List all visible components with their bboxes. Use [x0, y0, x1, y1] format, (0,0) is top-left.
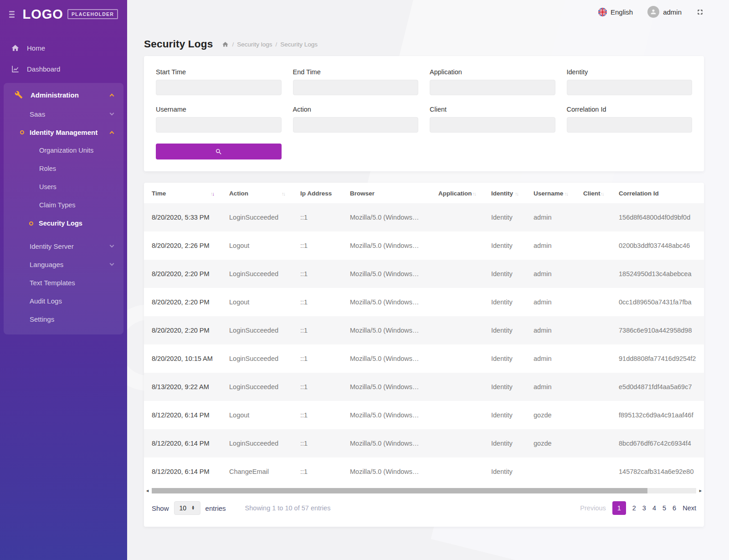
sidebar-item-roles[interactable]: Roles [4, 159, 123, 178]
cell-identity: Identity [483, 203, 526, 231]
sidebar-item-users[interactable]: Users [4, 178, 123, 196]
sidebar-item-saas[interactable]: Saas [4, 105, 123, 123]
sort-desc-icon: ↓ [602, 191, 604, 196]
page-button-1[interactable]: 1 [612, 501, 626, 515]
user-menu[interactable]: admin [647, 6, 682, 18]
administration-group: Administration Saas Identity Management … [4, 83, 123, 334]
cell-ip: ::1 [293, 344, 342, 373]
sidebar-item-languages[interactable]: Languages [4, 255, 123, 273]
breadcrumb-item-current: Security Logs [280, 41, 318, 48]
stepper-icon: ▲ ▼ [191, 506, 195, 510]
language-selector[interactable]: English [598, 8, 633, 16]
cell-correlation-id: e5d0d4871fdf4aa5a69c7 [611, 373, 704, 401]
chevron-down-icon [110, 111, 114, 115]
action-input[interactable] [293, 117, 419, 133]
fullscreen-button[interactable] [696, 8, 704, 16]
column-header-browser: Browser [342, 183, 431, 203]
cell-application [431, 401, 483, 429]
column-header-time[interactable]: Time↑↓ [144, 183, 221, 203]
column-header-correlation-id: Correlation Id [611, 183, 704, 203]
page-button-6[interactable]: 6 [673, 504, 676, 512]
correlation-id-label: Correlation Id [567, 106, 693, 113]
sidebar: LOGO PLACEHOLDER Home Dashboard Administ… [0, 0, 127, 560]
cell-browser: Mozilla/5.0 (Windows… [342, 373, 431, 401]
table-row: 8/13/2020, 9:22 AM LoginSucceeded ::1 Mo… [144, 373, 704, 401]
cell-browser: Mozilla/5.0 (Windows… [342, 288, 431, 316]
page-button-4[interactable]: 4 [652, 504, 656, 512]
sidebar-item-settings[interactable]: Settings [4, 310, 123, 328]
sidebar-item-security-logs[interactable]: Security Logs [4, 214, 123, 232]
sidebar-item-dashboard[interactable]: Dashboard [0, 58, 127, 79]
sidebar-item-claim-types[interactable]: Claim Types [4, 196, 123, 214]
previous-page-button[interactable]: Previous [580, 504, 606, 512]
menu-toggle-icon[interactable] [9, 11, 15, 18]
scrollbar-thumb[interactable] [152, 488, 647, 493]
column-header-client[interactable]: Client↑↓ [575, 183, 611, 203]
main-area: English admin Security Logs / Security l… [127, 0, 729, 560]
logo-badge: PLACEHOLDER [67, 9, 118, 19]
scroll-right-icon[interactable]: ► [698, 489, 703, 493]
cell-ip: ::1 [293, 288, 342, 316]
cell-username: gozde [526, 429, 575, 457]
end-time-label: End Time [293, 68, 419, 76]
sidebar-item-home[interactable]: Home [0, 37, 127, 58]
sidebar-item-audit-logs[interactable]: Audit Logs [4, 292, 123, 310]
sidebar-item-text-templates[interactable]: Text Templates [4, 273, 123, 292]
breadcrumb-home-icon[interactable] [222, 41, 229, 48]
cell-browser: Mozilla/5.0 (Windows… [342, 429, 431, 457]
column-header-ip: Ip Address [293, 183, 342, 203]
cell-time: 8/13/2020, 9:22 AM [144, 373, 221, 401]
sort-desc-icon: ↓ [283, 191, 285, 196]
next-page-button[interactable]: Next [683, 504, 696, 512]
table-row: 8/20/2020, 2:20 PM Logout ::1 Mozilla/5.… [144, 288, 704, 316]
page-button-2[interactable]: 2 [632, 504, 636, 512]
cell-action: LoginSucceeded [221, 316, 293, 344]
correlation-id-input[interactable] [567, 117, 693, 133]
page-size-select[interactable]: 10 ▲ ▼ [174, 501, 200, 515]
cell-username: admin [526, 203, 575, 231]
sidebar-item-administration[interactable]: Administration [4, 85, 123, 105]
chevron-down-icon [110, 243, 114, 247]
identity-input[interactable] [567, 80, 693, 95]
column-header-username[interactable]: Username↑↓ [526, 183, 575, 203]
cell-username: admin [526, 288, 575, 316]
start-time-input[interactable] [156, 80, 282, 95]
breadcrumb: / Security logs / Security Logs [222, 41, 318, 48]
cell-identity: Identity [483, 344, 526, 373]
client-input[interactable] [430, 117, 555, 133]
identity-label: Identity [567, 68, 693, 76]
username-label: admin [663, 8, 682, 16]
page-button-5[interactable]: 5 [662, 504, 666, 512]
scrollbar-track[interactable] [152, 488, 696, 493]
application-input[interactable] [430, 80, 555, 95]
page-button-3[interactable]: 3 [642, 504, 646, 512]
cell-time: 8/20/2020, 2:20 PM [144, 288, 221, 316]
table-row: 8/12/2020, 6:14 PM Logout ::1 Mozilla/5.… [144, 401, 704, 429]
security-logs-table-card: Time↑↓ Action↑↓ Ip Address Browser Appli… [144, 183, 704, 527]
sidebar-item-label: Claim Types [39, 201, 76, 209]
end-time-input[interactable] [293, 80, 419, 95]
bullet-ring-icon [20, 130, 24, 134]
sidebar-item-identity-management[interactable]: Identity Management [4, 123, 123, 141]
breadcrumb-item-section[interactable]: Security logs [237, 41, 272, 48]
cell-username: admin [526, 316, 575, 344]
column-header-application[interactable]: Application↑↓ [431, 183, 483, 203]
client-label: Client [430, 106, 555, 113]
column-header-identity[interactable]: Identity↑↓ [483, 183, 526, 203]
username-input[interactable] [156, 117, 282, 133]
column-header-action[interactable]: Action↑↓ [221, 183, 293, 203]
filter-field-username: Username [156, 106, 282, 133]
security-logs-table: Time↑↓ Action↑↓ Ip Address Browser Appli… [144, 183, 704, 486]
search-icon [215, 148, 222, 155]
sidebar-item-identity-server[interactable]: Identity Server [4, 237, 123, 255]
sidebar-item-label: Settings [30, 315, 54, 323]
search-button[interactable] [156, 144, 282, 159]
sidebar-item-organization-units[interactable]: Organization Units [4, 141, 123, 159]
sidebar-item-label: Organization Units [39, 147, 93, 154]
sidebar-item-label: Roles [39, 165, 56, 172]
page-title: Security Logs [144, 38, 213, 50]
logo[interactable]: LOGO [22, 7, 63, 22]
sort-desc-icon: ↓ [212, 191, 214, 196]
cell-application [431, 344, 483, 373]
scroll-left-icon[interactable]: ◄ [145, 489, 149, 493]
